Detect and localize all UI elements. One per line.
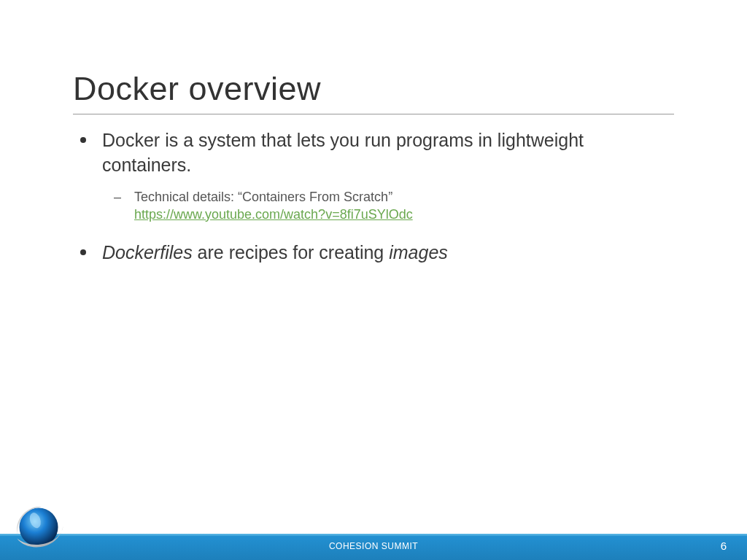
slide: Docker overview Docker is a system that … <box>0 0 747 560</box>
slide-title: Docker overview <box>73 70 674 108</box>
footer-title: COHESION SUMMIT <box>0 541 747 551</box>
bullet-item: Dockerfiles are recipes for creating ima… <box>73 241 674 265</box>
bullet-list: Docker is a system that lets you run pro… <box>73 128 674 265</box>
title-underline <box>73 114 674 114</box>
logo-icon <box>10 499 67 556</box>
bullet-item: Docker is a system that lets you run pro… <box>73 128 674 223</box>
bullet-em: Dockerfiles <box>102 242 193 262</box>
title-block: Docker overview <box>73 70 674 114</box>
bullet-text: are recipes for creating <box>193 242 390 262</box>
sub-bullet-link[interactable]: https://www.youtube.com/watch?v=8fi7uSYl… <box>134 207 413 222</box>
sub-bullet-list: Technical details: “Containers From Scra… <box>102 188 674 224</box>
bullet-text: Docker is a system that lets you run pro… <box>102 130 584 175</box>
sub-bullet-item: Technical details: “Containers From Scra… <box>102 188 674 224</box>
page-number: 6 <box>721 540 727 552</box>
slide-body: Docker is a system that lets you run pro… <box>73 128 674 283</box>
bullet-em: images <box>389 242 448 262</box>
footer-bar: COHESION SUMMIT 6 <box>0 534 747 560</box>
sub-bullet-label: Technical details: “Containers From Scra… <box>134 190 392 204</box>
